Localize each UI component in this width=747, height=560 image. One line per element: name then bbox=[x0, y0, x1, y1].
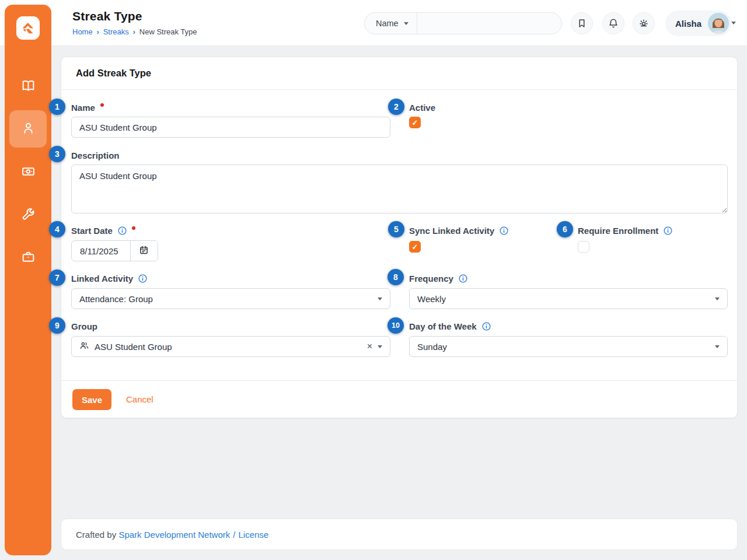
panel-title: Add Streak Type bbox=[76, 68, 151, 79]
sync-linked-activity-checkbox[interactable] bbox=[409, 241, 421, 253]
required-dot-icon bbox=[132, 226, 135, 230]
footer-separator: / bbox=[233, 530, 235, 540]
callout-badge-4: 4 bbox=[49, 221, 65, 237]
user-menu[interactable]: Alisha bbox=[665, 10, 731, 36]
avatar bbox=[708, 13, 729, 34]
breadcrumb-current: New Streak Type bbox=[139, 27, 197, 36]
save-button[interactable]: Save bbox=[72, 389, 111, 410]
calendar-icon bbox=[139, 245, 149, 257]
callout-badge-3: 3 bbox=[49, 146, 65, 162]
chevron-down-icon bbox=[378, 298, 382, 300]
linked-activity-label: Linked Activity bbox=[71, 273, 147, 284]
search-filter-label: Name bbox=[376, 19, 399, 28]
start-date-label: Start Date bbox=[71, 225, 135, 236]
info-icon[interactable] bbox=[459, 274, 467, 283]
footer-prefix: Crafted by bbox=[76, 530, 116, 540]
bell-icon bbox=[608, 18, 619, 29]
callout-badge-6: 6 bbox=[557, 221, 573, 237]
sidebar-item-finance[interactable] bbox=[9, 153, 47, 191]
active-checkbox[interactable] bbox=[409, 117, 421, 128]
sync-linked-activity-label: Sync Linked Activity bbox=[409, 225, 508, 236]
panel-header: Add Streak Type bbox=[61, 57, 737, 90]
briefcase-icon bbox=[21, 250, 36, 267]
breadcrumb-home-link[interactable]: Home bbox=[72, 27, 93, 36]
sidebar bbox=[5, 5, 51, 555]
top-header: Streak Type Home › Streaks › New Streak … bbox=[0, 0, 747, 46]
breadcrumb-separator-icon: › bbox=[133, 28, 135, 36]
user-name: Alisha bbox=[675, 19, 701, 29]
start-date-picker: 8/11/2025 bbox=[71, 240, 158, 261]
name-input[interactable] bbox=[71, 117, 390, 138]
callout-badge-2: 2 bbox=[388, 99, 404, 115]
bookmark-icon bbox=[577, 18, 587, 29]
breadcrumb-separator-icon: › bbox=[97, 28, 99, 36]
frequency-select[interactable]: Weekly bbox=[409, 288, 728, 309]
chevron-down-icon bbox=[378, 345, 382, 348]
callout-badge-5: 5 bbox=[388, 221, 404, 237]
sidebar-item-tools[interactable] bbox=[9, 197, 47, 234]
wrench-icon bbox=[21, 207, 36, 224]
page-title: Streak Type bbox=[72, 9, 197, 23]
name-label: Name bbox=[71, 102, 104, 113]
person-icon bbox=[21, 121, 36, 138]
callout-badge-8: 8 bbox=[388, 269, 404, 285]
description-label: Description bbox=[71, 150, 120, 160]
book-icon bbox=[21, 78, 36, 95]
callout-badge-9: 9 bbox=[49, 317, 65, 334]
frequency-label: Frequency bbox=[409, 273, 467, 284]
chevron-down-icon bbox=[715, 298, 720, 300]
chevron-down-icon bbox=[715, 345, 720, 348]
info-icon[interactable] bbox=[500, 226, 508, 235]
info-icon[interactable] bbox=[664, 226, 672, 235]
active-label: Active bbox=[409, 102, 435, 113]
money-bill-icon bbox=[21, 164, 36, 181]
theme-button[interactable] bbox=[633, 12, 655, 34]
global-search: Name bbox=[364, 12, 562, 34]
rock-logo[interactable] bbox=[16, 16, 40, 40]
spark-network-link[interactable]: Spark Development Network bbox=[118, 530, 230, 540]
search-input[interactable] bbox=[417, 13, 561, 34]
title-block: Streak Type Home › Streaks › New Streak … bbox=[72, 9, 197, 36]
bookmark-button[interactable] bbox=[571, 12, 593, 34]
start-date-input[interactable]: 8/11/2025 bbox=[72, 241, 130, 261]
search-filter-dropdown[interactable]: Name bbox=[365, 13, 417, 34]
cancel-button[interactable]: Cancel bbox=[126, 394, 153, 404]
description-textarea[interactable]: ASU Student Group bbox=[71, 164, 728, 214]
callout-badge-10: 10 bbox=[388, 317, 404, 334]
page-footer: Crafted by Spark Development Network / L… bbox=[61, 519, 738, 550]
group-picker[interactable]: ASU Student Group × bbox=[71, 336, 390, 357]
callout-badge-1: 1 bbox=[49, 99, 65, 115]
panel-actions: Save Cancel bbox=[61, 380, 737, 419]
info-icon[interactable] bbox=[138, 274, 147, 283]
callout-badge-7: 7 bbox=[49, 270, 65, 286]
require-enrollment-label: Require Enrollment bbox=[578, 225, 672, 236]
chevron-down-icon bbox=[404, 22, 409, 25]
group-label: Group bbox=[71, 321, 97, 331]
people-icon bbox=[79, 341, 89, 352]
require-enrollment-checkbox[interactable] bbox=[578, 241, 589, 253]
day-of-week-select[interactable]: Sunday bbox=[409, 336, 728, 357]
sun-haze-icon bbox=[638, 18, 649, 29]
notifications-button[interactable] bbox=[602, 12, 624, 34]
required-dot-icon bbox=[100, 103, 104, 107]
info-icon[interactable] bbox=[482, 322, 491, 331]
linked-activity-select[interactable]: Attendance: Group bbox=[71, 288, 390, 309]
clear-icon[interactable]: × bbox=[367, 342, 372, 351]
user-menu-chevron-icon[interactable] bbox=[731, 22, 736, 24]
calendar-button[interactable] bbox=[130, 241, 158, 261]
license-link[interactable]: License bbox=[238, 530, 268, 540]
info-icon[interactable] bbox=[118, 226, 127, 235]
sidebar-item-library[interactable] bbox=[9, 68, 47, 105]
sidebar-item-admin[interactable] bbox=[9, 239, 47, 276]
day-of-week-label: Day of the Week bbox=[409, 321, 491, 331]
breadcrumb-streaks-link[interactable]: Streaks bbox=[103, 27, 129, 36]
sidebar-item-people[interactable] bbox=[9, 110, 47, 148]
breadcrumb: Home › Streaks › New Streak Type bbox=[72, 27, 197, 36]
